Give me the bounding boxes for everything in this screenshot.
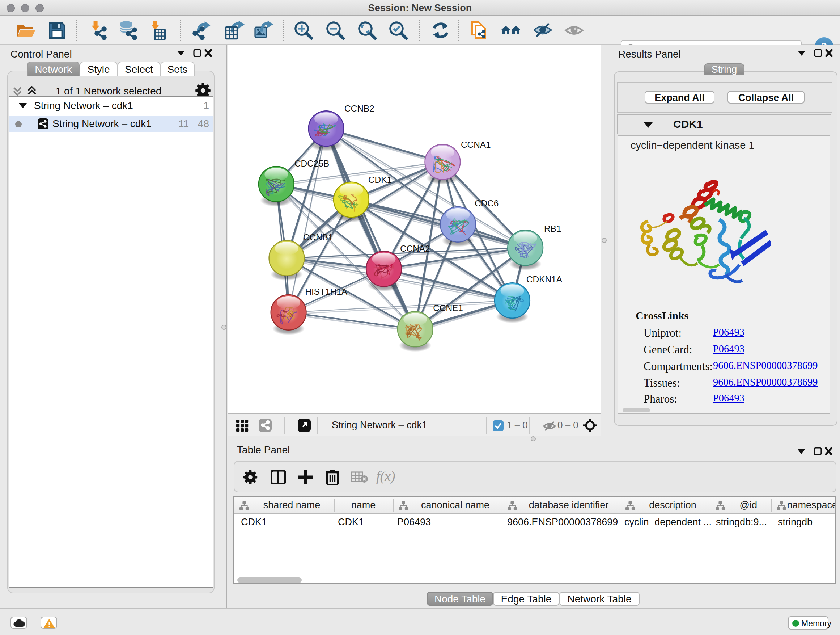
svg-text:CCNB1: CCNB1 — [303, 233, 333, 242]
svg-text:CCNB2: CCNB2 — [344, 103, 374, 113]
svg-text:CDK1: CDK1 — [368, 175, 392, 185]
svg-text:CCNA1: CCNA1 — [461, 140, 491, 149]
svg-text:CDC25B: CDC25B — [294, 158, 329, 168]
svg-text:HIST1H1A: HIST1H1A — [305, 287, 347, 296]
svg-text:RB1: RB1 — [544, 224, 561, 233]
svg-text:CCNE1: CCNE1 — [433, 303, 463, 313]
svg-text:CCNA2: CCNA2 — [400, 244, 430, 253]
svg-text:CDC6: CDC6 — [475, 198, 499, 208]
svg-text:CDKN1A: CDKN1A — [526, 274, 562, 284]
